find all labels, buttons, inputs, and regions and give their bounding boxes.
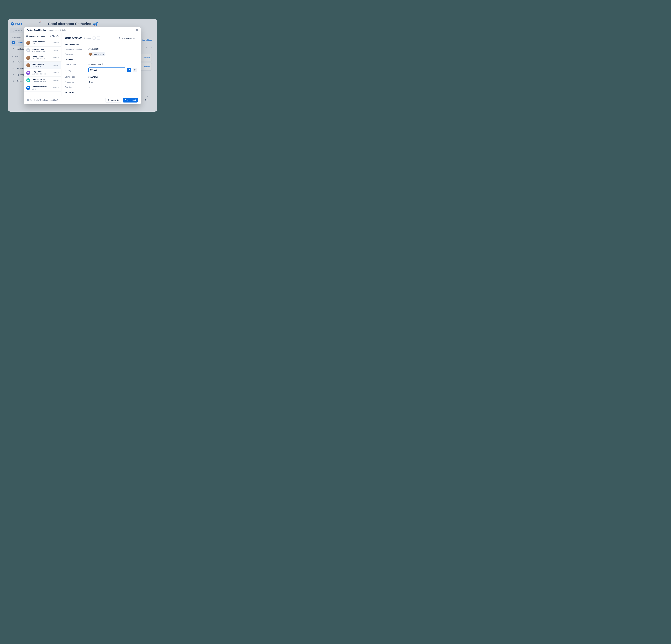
field-value: Objectives based [88, 63, 137, 65]
search-icon [49, 35, 51, 37]
close-button[interactable] [136, 29, 138, 31]
employee-values-count: 3 values [53, 72, 59, 74]
svg-line-11 [50, 36, 51, 37]
employee-list[interactable]: Victor PachecoCEO2 valuesLHLubosek Hnilo… [24, 39, 61, 96]
employee-row[interactable]: Victor PachecoCEO2 values [24, 39, 61, 47]
section-title: Bonuses [65, 59, 137, 61]
svg-point-10 [50, 36, 51, 37]
field-value: JTLG8629Q [88, 48, 137, 50]
employee-name: Victor Pacheco [32, 41, 51, 43]
employee-values-count: 3 values [53, 49, 59, 51]
section-absences: Absences Absences type Sick leave Value … [65, 91, 137, 96]
import-modal: Review Excel file data · import_june2019… [24, 27, 141, 104]
avatar: LM [26, 71, 30, 75]
section-bonuses: Bonuses Bonuses type Objectives based Va… [65, 59, 137, 89]
employee-row[interactable]: LMLucy MillerCustomer Success3 values [24, 69, 61, 77]
notification-bell[interactable] [39, 22, 41, 24]
section-title: Absences [65, 91, 137, 93]
filters-button[interactable]: Filters (0) [49, 35, 59, 37]
cancel-value-button[interactable] [132, 68, 137, 72]
employee-count: 38 extracted employee [26, 35, 45, 37]
employee-role: Sales [32, 88, 51, 90]
employee-list-header: 38 extracted employee Filters (0) [24, 33, 61, 39]
employee-values-count: 2 values [53, 42, 59, 44]
detail-header: Carla Aminoff · 2 values Ignore employee [65, 36, 137, 40]
employee-row[interactable]: NPNadine PetrolliCustomer Success7 value… [24, 77, 61, 84]
employee-name: Emmy Elsner [32, 56, 51, 58]
bonus-value-input[interactable] [88, 67, 125, 72]
field-label: Starting date [65, 76, 88, 78]
close-icon [136, 29, 138, 31]
employee-chip[interactable]: Carla Aminoff [88, 52, 105, 56]
field-value: 20/02/2019 [88, 76, 137, 78]
chevron-up-icon [93, 37, 94, 39]
chevron-down-icon [98, 37, 99, 39]
employee-role: HR Manager [32, 65, 51, 67]
modal-filename: · import_june2019.xls [48, 29, 65, 31]
employee-row[interactable]: Emmy ElsnerProduct Designer4 values [24, 54, 61, 62]
employee-row[interactable]: SRShinohara RyomaSales4 values [24, 84, 61, 92]
help-link[interactable]: ? Need help? Read our Import FAQ [27, 99, 58, 101]
field-label: Registration number [65, 48, 88, 50]
bell-icon [39, 22, 41, 24]
field-label: Employee [65, 53, 88, 55]
employee-role: Customer Success [32, 80, 51, 82]
modal-body: 38 extracted employee Filters (0) Victor… [24, 33, 141, 96]
employee-detail-panel: Carla Aminoff · 2 values Ignore employee… [62, 33, 141, 96]
modal-header: Review Excel file data · import_june2019… [24, 27, 141, 33]
avatar [89, 53, 92, 56]
check-icon [128, 69, 130, 71]
avatar: LH [26, 48, 30, 52]
employee-role: CEO [32, 43, 51, 45]
close-icon [134, 69, 136, 71]
notification-dot-icon [40, 21, 41, 22]
field-label: Bonuses type [65, 63, 88, 65]
employee-list-panel: 38 extracted employee Filters (0) Victor… [24, 33, 62, 96]
employee-name: Lucy Miller [32, 71, 51, 73]
section-employee-info: Employee Infos Registration number JTLG8… [65, 43, 137, 56]
avatar: NP [26, 78, 30, 82]
field-label: End date [65, 86, 88, 88]
field-label: Value (€) [65, 69, 88, 72]
field-value: n/a [88, 86, 137, 88]
help-icon: ? [27, 99, 29, 101]
svg-text:?: ? [27, 100, 28, 101]
detail-values-count: · 2 values [83, 37, 91, 39]
employee-values-count: 7 values [53, 79, 59, 81]
field-value: Once [88, 81, 137, 83]
employee-role: Product Designer [32, 58, 51, 60]
employee-row[interactable]: LHLubosek HniloProduct Designer3 values [24, 47, 61, 54]
employee-name: Carla Aminoff [32, 63, 51, 65]
employee-role: Customer Success [32, 73, 51, 75]
finish-import-button[interactable]: Finish Import [123, 98, 138, 103]
ignore-employee-button[interactable]: Ignore employee [117, 36, 137, 40]
avatar [26, 41, 30, 45]
confirm-value-button[interactable] [127, 68, 131, 72]
reupload-button[interactable]: Re-upload file [105, 98, 122, 103]
section-title: Employee Infos [65, 43, 137, 46]
employee-values-count: 2 values [53, 64, 59, 66]
prev-employee-button[interactable] [92, 36, 96, 40]
avatar [26, 63, 30, 67]
employee-values-count: 4 values [53, 57, 59, 59]
next-employee-button[interactable] [97, 36, 100, 40]
detail-employee-name: Carla Aminoff [65, 37, 81, 39]
trash-icon [119, 37, 121, 39]
modal-title: Review Excel file data [27, 29, 47, 31]
employee-name: Lubosek Hnilo [32, 48, 51, 50]
employee-name: Shinohara Ryoma [32, 86, 51, 88]
employee-values-count: 4 values [53, 87, 59, 89]
modal-footer: ? Need help? Read our Import FAQ Re-uplo… [24, 96, 141, 104]
field-label: Frequency [65, 81, 88, 83]
employee-role: Product Designer [32, 50, 51, 52]
employee-name: Nadine Petrolli [32, 78, 51, 80]
employee-row[interactable]: Carla AminoffHR Manager2 values [24, 62, 61, 69]
avatar [26, 56, 30, 60]
avatar: SR [26, 86, 30, 90]
